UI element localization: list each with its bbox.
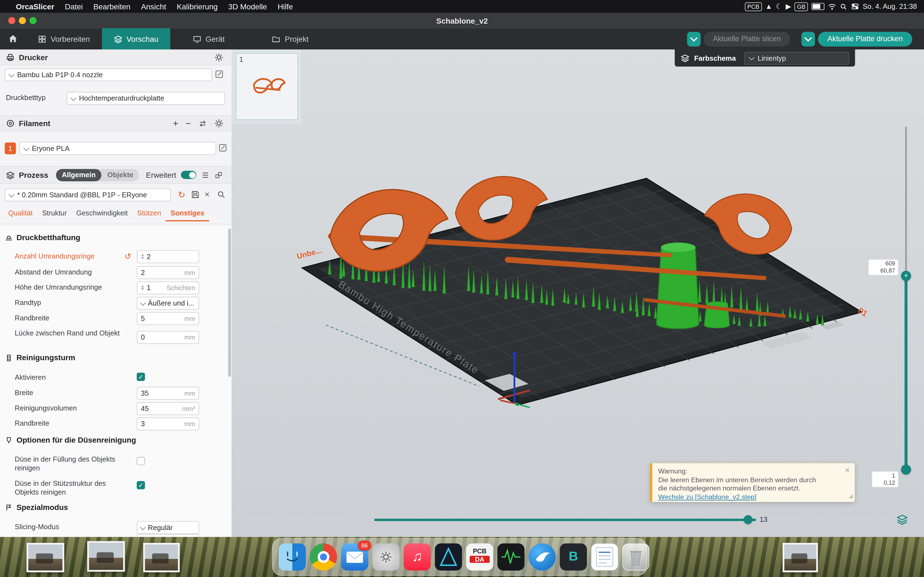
objects-icon[interactable]: [215, 170, 223, 179]
tab-geraet[interactable]: Gerät: [181, 28, 236, 50]
param-list-icon[interactable]: [201, 170, 210, 179]
menu-3d-modelle[interactable]: 3D Modelle: [223, 2, 272, 11]
slicing-mode-select[interactable]: Regulär: [137, 521, 199, 534]
menu-hilfe[interactable]: Hilfe: [272, 2, 298, 11]
tab-stuetzen[interactable]: Stützen: [132, 206, 166, 221]
filament-preset-select[interactable]: Eryone PLA: [19, 142, 216, 155]
reset-preset-icon[interactable]: ↻: [178, 190, 185, 200]
filament-settings-gear-icon[interactable]: [215, 119, 223, 128]
viewport-3d[interactable]: Bambu High Temperature Plate Unbe... 01: [231, 50, 924, 537]
dock-music-icon[interactable]: ♫: [404, 543, 431, 571]
spinner-icon[interactable]: ▲▼: [141, 254, 144, 259]
dock-trash-icon[interactable]: [622, 543, 649, 571]
mode-allgemein[interactable]: Allgemein: [56, 169, 102, 181]
tab-qualitaet[interactable]: Qualität: [3, 206, 37, 221]
warning-link[interactable]: Wechsle zu [Schablone_v2.step]: [658, 493, 756, 500]
menu-clock[interactable]: So. 4. Aug. 21:38: [863, 2, 917, 11]
save-preset-icon[interactable]: [191, 190, 200, 199]
control-center-icon[interactable]: [851, 2, 859, 11]
tab-geschwindigkeit[interactable]: Geschwindigkeit: [71, 206, 132, 221]
menu-ansicht[interactable]: Ansicht: [136, 2, 171, 11]
prime-tower-enable-checkbox[interactable]: ✓: [137, 372, 145, 381]
zoom-window-button[interactable]: [29, 17, 37, 24]
dock-settings-icon[interactable]: [372, 543, 400, 571]
skirt-loops-input[interactable]: ▲▼2: [137, 250, 199, 263]
params-scrollbar[interactable]: [228, 228, 231, 377]
tower-brim-width-input[interactable]: 3mm: [137, 417, 199, 430]
dock-mail-icon[interactable]: 66: [341, 543, 368, 571]
filament-edit-icon[interactable]: [218, 143, 228, 153]
layer-slider-bottom-handle[interactable]: [901, 465, 911, 474]
remove-filament-button[interactable]: −: [185, 118, 191, 129]
process-preset-select[interactable]: * 0.20mm Standard @BBL P1P - ERyone: [5, 189, 171, 201]
tab-vorbereiten[interactable]: Vorbereiten: [26, 28, 102, 50]
dock-design-app-icon[interactable]: [435, 543, 462, 571]
tab-sonstiges[interactable]: Sonstiges: [166, 206, 209, 221]
moon-focus-icon[interactable]: ☾: [776, 2, 782, 11]
spinner-icon[interactable]: ▲▼: [141, 285, 144, 291]
delete-preset-icon[interactable]: ×: [205, 189, 210, 199]
brim-gap-input[interactable]: 0mm: [137, 331, 199, 344]
wipe-into-infill-checkbox[interactable]: [137, 457, 145, 465]
tower-width-input[interactable]: 35mm: [137, 387, 199, 400]
search-param-icon[interactable]: [217, 190, 226, 199]
desktop-photo-file[interactable]: [26, 543, 64, 572]
flush-options-icon[interactable]: [198, 119, 207, 128]
dock-pcb-app-icon[interactable]: PCB DA: [466, 543, 493, 571]
mode-objekte[interactable]: Objekte: [102, 169, 139, 181]
tab-vorschau[interactable]: Vorschau: [102, 28, 170, 50]
add-filament-button[interactable]: +: [173, 118, 178, 129]
printer-preset-select[interactable]: Bambu Lab P1P 0.4 nozzle: [5, 68, 212, 81]
color-scheme-select[interactable]: Linientyp: [744, 52, 849, 64]
plate-thumbnail[interactable]: 1: [236, 53, 298, 120]
desktop-photo-file[interactable]: [87, 541, 125, 572]
dock-writer-icon[interactable]: [591, 543, 618, 571]
menu-datei[interactable]: Datei: [60, 2, 88, 11]
spotlight-search-icon[interactable]: [840, 3, 847, 10]
pcb-status-icon[interactable]: PCB: [745, 2, 762, 11]
print-plate-button[interactable]: Aktuelle Platte drucken: [818, 32, 913, 47]
play-status-icon[interactable]: ▶: [786, 2, 791, 11]
tab-struktur[interactable]: Struktur: [37, 206, 71, 221]
home-button[interactable]: [0, 34, 26, 44]
minimize-window-button[interactable]: [19, 17, 26, 24]
dock-bambu-app-icon[interactable]: B: [560, 543, 587, 571]
skirt-distance-input[interactable]: 2mm: [137, 266, 199, 279]
menu-bearbeiten[interactable]: Bearbeiten: [88, 2, 136, 11]
bed-type-select[interactable]: Hochtemperaturdruckplatte: [66, 92, 225, 105]
layer-slider-track-upper[interactable]: [905, 127, 907, 276]
print-dropdown-button[interactable]: [801, 32, 815, 47]
dock-chrome-icon[interactable]: [310, 543, 337, 571]
layer-slider-top-handle[interactable]: +: [901, 271, 911, 281]
print-order-select[interactable]: Nach Ebene: [137, 534, 199, 537]
advanced-toggle[interactable]: [181, 171, 196, 179]
keyboard-layout-icon[interactable]: GB: [795, 2, 808, 11]
menu-app-name[interactable]: OrcaSlicer: [11, 2, 60, 11]
filament-slot-badge[interactable]: 1: [5, 143, 16, 155]
move-slider-track[interactable]: [374, 519, 756, 521]
printer-settings-gear-icon[interactable]: [215, 53, 223, 61]
purge-volume-input[interactable]: 45mm³: [137, 402, 199, 415]
move-slider-handle[interactable]: [744, 515, 753, 524]
layer-slider-track-range[interactable]: [905, 276, 908, 469]
brim-type-select[interactable]: Äußere und i...: [137, 297, 199, 309]
warning-close-icon[interactable]: ×: [845, 466, 850, 474]
skirt-height-input[interactable]: ▲▼1Schichten: [137, 281, 199, 294]
battery-icon[interactable]: [811, 3, 824, 10]
close-window-button[interactable]: [8, 17, 15, 24]
slice-plate-button[interactable]: Aktuelle Platte slicen: [703, 32, 790, 47]
desktop-photo-file[interactable]: [783, 543, 818, 572]
dock-thunderbird-icon[interactable]: [528, 543, 556, 571]
undo-icon[interactable]: ↺: [124, 251, 131, 261]
wipe-into-support-checkbox[interactable]: ✓: [137, 481, 145, 489]
tab-projekt[interactable]: Projekt: [260, 28, 320, 50]
slice-dropdown-button[interactable]: [687, 32, 700, 47]
brim-width-input[interactable]: 5mm: [137, 312, 199, 325]
dock-finder-icon[interactable]: [279, 543, 306, 571]
wifi-icon[interactable]: [828, 2, 836, 11]
printer-edit-icon[interactable]: [215, 69, 224, 79]
desktop-photo-file[interactable]: [143, 543, 180, 572]
dock-audio-app-icon[interactable]: [498, 543, 525, 571]
layers-view-icon[interactable]: [896, 514, 908, 525]
warning-resize-grip[interactable]: ◢: [849, 491, 853, 500]
